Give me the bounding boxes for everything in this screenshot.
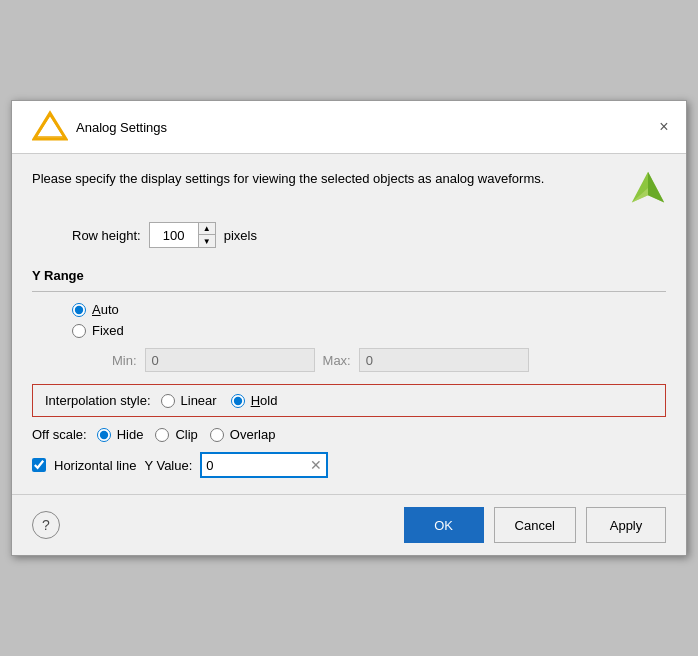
- dialog-body: Please specify the display settings for …: [12, 154, 686, 494]
- apply-button[interactable]: Apply: [586, 507, 666, 543]
- svg-marker-0: [34, 113, 66, 139]
- spin-up-button[interactable]: ▲: [199, 223, 215, 235]
- horizontal-line-row: Horizontal line Y Value: 0 ✕: [32, 452, 666, 478]
- help-button[interactable]: ?: [32, 511, 60, 539]
- hide-label[interactable]: Hide: [117, 427, 144, 442]
- hold-label[interactable]: Hold: [251, 393, 278, 408]
- row-height-spinbox[interactable]: 100 ▲ ▼: [149, 222, 216, 248]
- min-max-row: Min: 0 Max: 0: [32, 348, 666, 372]
- section-divider: [32, 291, 666, 292]
- off-scale-row: Off scale: Hide Clip Overlap: [32, 427, 666, 442]
- cancel-button[interactable]: Cancel: [494, 507, 576, 543]
- y-value-input[interactable]: 0: [206, 458, 306, 473]
- brand-logo-icon: [630, 170, 666, 206]
- ok-button[interactable]: OK: [404, 507, 484, 543]
- auto-radio[interactable]: [72, 303, 86, 317]
- row-height-input[interactable]: 100: [150, 223, 198, 247]
- max-input[interactable]: 0: [359, 348, 529, 372]
- fixed-radio[interactable]: [72, 324, 86, 338]
- hide-radio-row: Hide: [97, 427, 144, 442]
- auto-label[interactable]: Auto: [92, 302, 119, 317]
- overlap-radio[interactable]: [210, 428, 224, 442]
- interpolation-radios: Linear Hold: [161, 393, 278, 408]
- horizontal-line-checkbox[interactable]: [32, 458, 46, 472]
- fixed-radio-row: Fixed: [72, 323, 666, 338]
- app-logo-icon: [32, 109, 68, 145]
- y-value-clear-button[interactable]: ✕: [310, 457, 322, 473]
- min-label: Min:: [112, 353, 137, 368]
- off-scale-label: Off scale:: [32, 427, 87, 442]
- linear-label[interactable]: Linear: [181, 393, 217, 408]
- description-text: Please specify the display settings for …: [32, 170, 622, 188]
- overlap-label[interactable]: Overlap: [230, 427, 276, 442]
- clip-radio-row: Clip: [155, 427, 197, 442]
- interpolation-label: Interpolation style:: [45, 393, 151, 408]
- y-range-radio-group: Auto Fixed: [32, 302, 666, 338]
- description-area: Please specify the display settings for …: [32, 170, 666, 206]
- title-bar: Analog Settings ×: [12, 101, 686, 154]
- svg-marker-1: [36, 115, 64, 137]
- interpolation-box: Interpolation style: Linear Hold: [32, 384, 666, 417]
- y-value-input-wrap: 0 ✕: [200, 452, 328, 478]
- linear-radio-row: Linear: [161, 393, 217, 408]
- row-height-label: Row height:: [72, 228, 141, 243]
- y-range-title: Y Range: [32, 268, 666, 283]
- overlap-radio-row: Overlap: [210, 427, 276, 442]
- auto-radio-row: Auto: [72, 302, 666, 317]
- analog-settings-dialog: Analog Settings × Please specify the dis…: [11, 100, 687, 556]
- linear-radio[interactable]: [161, 394, 175, 408]
- dialog-footer: ? OK Cancel Apply: [12, 494, 686, 555]
- hold-radio[interactable]: [231, 394, 245, 408]
- max-label: Max:: [323, 353, 351, 368]
- spin-buttons: ▲ ▼: [198, 223, 215, 247]
- pixels-label: pixels: [224, 228, 257, 243]
- y-range-section: Y Range Auto Fixed Min: 0 Max: 0: [32, 268, 666, 372]
- horizontal-line-label[interactable]: Horizontal line: [54, 458, 136, 473]
- min-input[interactable]: 0: [145, 348, 315, 372]
- y-value-label: Y Value:: [144, 458, 192, 473]
- off-scale-radios: Hide Clip Overlap: [97, 427, 276, 442]
- footer-buttons: OK Cancel Apply: [404, 507, 666, 543]
- title-bar-left: Analog Settings: [24, 109, 167, 145]
- close-button[interactable]: ×: [654, 117, 674, 137]
- clip-radio[interactable]: [155, 428, 169, 442]
- hide-radio[interactable]: [97, 428, 111, 442]
- dialog-title: Analog Settings: [76, 120, 167, 135]
- hold-radio-row: Hold: [231, 393, 278, 408]
- clip-label[interactable]: Clip: [175, 427, 197, 442]
- row-height-section: Row height: 100 ▲ ▼ pixels: [32, 222, 666, 248]
- spin-down-button[interactable]: ▼: [199, 235, 215, 247]
- fixed-label[interactable]: Fixed: [92, 323, 124, 338]
- svg-marker-3: [648, 172, 664, 203]
